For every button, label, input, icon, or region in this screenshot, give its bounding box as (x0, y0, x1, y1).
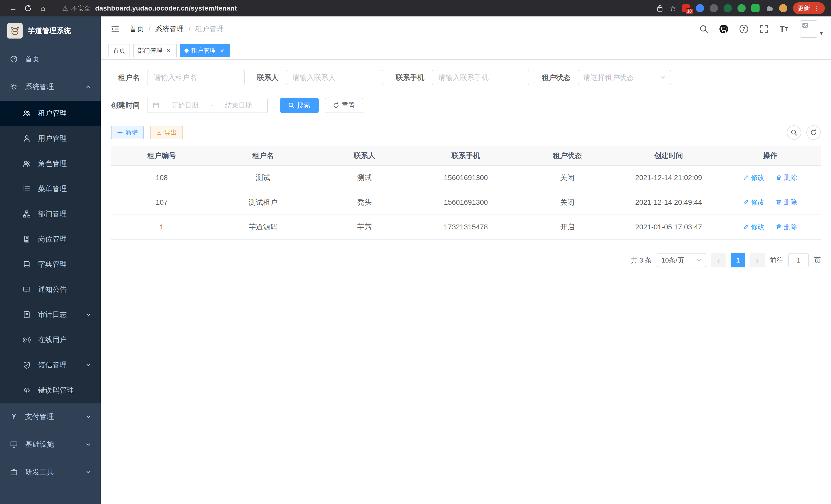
browser-menu-icon[interactable]: ⋮ (813, 4, 820, 12)
github-button[interactable] (718, 23, 730, 35)
chevron-up-icon (86, 84, 91, 89)
reload-button[interactable] (21, 1, 35, 15)
sidebar-item-home[interactable]: 首页 (0, 45, 101, 73)
help-button[interactable]: ? (738, 23, 750, 35)
date-range-picker[interactable]: 开始日期 - 结束日期 (147, 98, 268, 113)
badge-icon (23, 235, 31, 243)
shield-icon (23, 361, 31, 369)
page-size-select[interactable]: 10条/页 (657, 253, 706, 267)
browser-profile-avatar[interactable] (779, 4, 787, 12)
tab-home[interactable]: 首页 (109, 44, 130, 57)
gear-icon (10, 83, 18, 91)
font-size-icon: T (780, 24, 785, 34)
sidebar-item-dev[interactable]: 研发工具 (0, 458, 101, 486)
created-label: 创建时间 (111, 100, 140, 110)
extension-icon-green[interactable] (738, 4, 746, 12)
sidebar-item-infra[interactable]: 基础设施 (0, 431, 101, 458)
cell-actions: 修改 删除 (719, 166, 821, 190)
date-end-input[interactable]: 结束日期 (215, 101, 262, 110)
filter-created: 创建时间 开始日期 - 结束日期 (111, 98, 268, 113)
sidebar-item-role[interactable]: 角色管理 (0, 151, 101, 176)
back-button[interactable]: ← (6, 1, 20, 15)
phone-input[interactable] (432, 70, 529, 85)
breadcrumb-system[interactable]: 系统管理 (155, 24, 184, 34)
page-number-button[interactable]: 1 (731, 253, 745, 267)
share-button[interactable] (656, 4, 664, 12)
extension-icon-adblock[interactable]: 10 (682, 4, 690, 12)
status-select[interactable]: 请选择租户状态 (578, 70, 671, 85)
edit-pencil-icon (743, 224, 749, 230)
goto-page-input[interactable] (789, 253, 809, 267)
search-icon (699, 25, 708, 33)
delete-button[interactable]: 删除 (776, 198, 797, 207)
prev-page-button[interactable]: ‹ (711, 253, 726, 267)
table-toolbar: 新增 导出 (111, 125, 821, 140)
sidebar-item-system[interactable]: 系统管理 (0, 73, 101, 101)
sidebar-logo[interactable]: 芋道管理系统 (0, 17, 101, 45)
sidebar-item-errcode[interactable]: 错误码管理 (0, 378, 101, 403)
sidebar-item-post[interactable]: 岗位管理 (0, 227, 101, 252)
contact-input[interactable] (286, 70, 383, 85)
chevron-down-icon (696, 258, 701, 263)
extension-icon-darkgreen[interactable] (724, 4, 732, 12)
workspace: 芋道管理系统 首页 系统管理 (0, 17, 831, 504)
column-header-created: 创建时间 (618, 146, 719, 166)
delete-button[interactable]: 删除 (776, 223, 797, 232)
monitor-icon (10, 440, 18, 448)
question-icon: ? (740, 25, 748, 33)
user-avatar-menu[interactable]: ▾ (800, 20, 823, 38)
header-search-button[interactable] (698, 23, 710, 35)
edit-button[interactable]: 修改 (743, 198, 765, 207)
bookmark-star-button[interactable]: ☆ (669, 4, 676, 13)
audit-doc-icon (23, 310, 31, 319)
home-button[interactable]: ⌂ (36, 1, 50, 15)
sidebar-item-dept[interactable]: 部门管理 (0, 201, 101, 227)
column-header-contact: 联系人 (314, 146, 415, 166)
message-bubble-icon (23, 286, 31, 294)
puzzle-icon (765, 4, 773, 12)
sidebar-toggle-button[interactable] (109, 23, 121, 35)
sidebar-item-user[interactable]: 用户管理 (0, 126, 101, 151)
reset-button[interactable]: 重置 (325, 98, 363, 113)
tab-tenant[interactable]: 租户管理 × (180, 44, 230, 57)
chevron-down-icon (660, 75, 665, 80)
sidebar-item-online[interactable]: 在线用户 (0, 327, 101, 352)
export-button[interactable]: 导出 (150, 126, 183, 139)
search-button[interactable]: 搜索 (280, 98, 319, 113)
date-separator: - (209, 101, 215, 110)
tab-dept[interactable]: 部门管理 × (133, 44, 177, 57)
sidebar-item-payment[interactable]: ¥ 支付管理 (0, 403, 101, 431)
close-icon[interactable]: × (219, 47, 226, 54)
font-size-button[interactable]: TT (778, 23, 790, 35)
cell-contact: 秃头 (314, 190, 415, 215)
page-content: 租户名 联系人 联系手机 租户状态 请选择租户状态 (101, 60, 831, 504)
refresh-table-button[interactable] (806, 125, 821, 140)
date-start-input[interactable]: 开始日期 (161, 101, 209, 110)
add-button[interactable]: 新增 (111, 126, 144, 139)
extension-icon-chat[interactable] (751, 4, 760, 12)
fullscreen-button[interactable] (758, 23, 770, 35)
toggle-search-button[interactable] (787, 125, 801, 140)
extension-icon-gray[interactable] (710, 4, 718, 12)
edit-button[interactable]: 修改 (743, 223, 765, 232)
browser-update-button[interactable]: 更新 ⋮ (793, 2, 825, 14)
sidebar-item-sms[interactable]: 短信管理 (0, 352, 101, 378)
trash-icon (776, 224, 782, 230)
address-bar[interactable]: ⚠ 不安全 dashboard.yudao.iocoder.cn/system/… (62, 4, 237, 12)
close-icon[interactable]: × (165, 47, 172, 54)
table-row: 108 测试 测试 15601691300 关闭 2021-12-14 21:0… (111, 166, 821, 190)
sidebar-item-menu[interactable]: 菜单管理 (0, 176, 101, 201)
delete-button[interactable]: 删除 (776, 173, 797, 182)
breadcrumb-home[interactable]: 首页 (130, 24, 144, 34)
sidebar-item-audit[interactable]: 审计日志 (0, 302, 101, 327)
extension-icon-blue[interactable] (696, 4, 704, 12)
sidebar-item-dict[interactable]: 字典管理 (0, 252, 101, 277)
security-label[interactable]: ⚠ 不安全 (62, 4, 90, 12)
edit-button[interactable]: 修改 (743, 173, 765, 182)
next-page-button[interactable]: › (750, 253, 765, 267)
sidebar-item-notice[interactable]: 通知公告 (0, 277, 101, 302)
sidebar-item-tenant[interactable]: 租户管理 (0, 101, 101, 126)
extensions-puzzle-button[interactable] (765, 4, 773, 12)
share-icon (656, 4, 664, 12)
tenant-name-input[interactable] (147, 70, 245, 85)
